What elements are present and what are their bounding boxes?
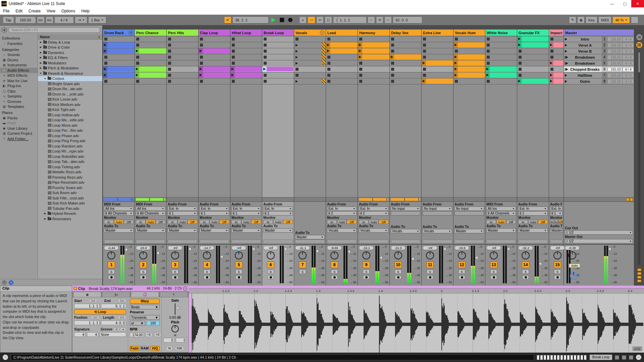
clip-launch-button[interactable]: [517, 42, 522, 48]
clip-slot[interactable]: [422, 42, 453, 48]
loop-button[interactable]: ⟲: [376, 16, 383, 23]
input-type-select[interactable]: Ext. In▼: [550, 206, 562, 211]
tab-envelopes[interactable]: ✎: [160, 292, 188, 297]
track-number-button[interactable]: 6: [267, 261, 274, 268]
clip-slot[interactable]: [326, 42, 358, 48]
volume-fader-handle[interactable]: [156, 251, 159, 255]
clip-slot[interactable]: [103, 72, 135, 78]
tab-follow-action[interactable]: ❙▸: [102, 292, 130, 297]
minimize-button[interactable]: —: [606, 0, 619, 7]
monitor-auto-button[interactable]: Auto: [273, 220, 283, 224]
clip-launch-button[interactable]: [549, 42, 553, 48]
group-track-icon[interactable]: ≡: [320, 31, 324, 35]
clip-slot[interactable]: [422, 54, 453, 60]
clip-slot[interactable]: [485, 66, 517, 72]
session-clip[interactable]: [453, 72, 485, 78]
session-clip[interactable]: [517, 42, 549, 48]
expand-arrow-icon[interactable]: ▶: [39, 41, 42, 44]
clip-slot[interactable]: [294, 54, 326, 60]
end-set-button[interactable]: Set: [118, 299, 126, 303]
pan-knob[interactable]: [522, 251, 530, 259]
tab-sample[interactable]: ♒: [131, 292, 159, 297]
pitch-knob[interactable]: [171, 325, 179, 333]
mixer-toggle-icon[interactable]: [637, 276, 641, 279]
folder-dynamics[interactable]: ▶Dynamics: [38, 50, 102, 55]
volume-fader-handle[interactable]: [284, 247, 286, 251]
monitor-in-button[interactable]: In: [327, 220, 337, 224]
punch-in-button[interactable]: ⌐: [368, 16, 375, 23]
clip-slot[interactable]: [485, 48, 517, 54]
grid-value-chip[interactable]: 1/32: [633, 347, 642, 351]
bpm-double-button[interactable]: ×2: [154, 332, 161, 337]
arm-button[interactable]: [331, 275, 338, 280]
clip-slot[interactable]: [390, 66, 421, 72]
clip-slot[interactable]: [390, 36, 421, 42]
scene-tempo[interactable]: 165.00: [607, 43, 622, 48]
scene-breakdown-5[interactable]: Breakdown5165.004 / 4: [564, 60, 634, 66]
follow-button[interactable]: ➔¨: [224, 16, 231, 23]
solo-button[interactable]: S: [299, 269, 306, 274]
scene-launch-button[interactable]: [564, 56, 568, 59]
position-set-button[interactable]: Set: [91, 315, 99, 319]
scene-signature[interactable]: 4 / 4: [623, 67, 634, 72]
clip-slot[interactable]: [485, 72, 517, 78]
volume-value-field[interactable]: -Inf: [550, 246, 565, 250]
input-type-select[interactable]: Ext. In▼: [327, 206, 357, 211]
arrangement-position-field[interactable]: 38. 2. 2: [232, 16, 269, 23]
maximize-button[interactable]: ▢: [619, 0, 631, 7]
volume-fader-handle[interactable]: [220, 255, 223, 258]
monitor-in-button[interactable]: In: [486, 220, 496, 224]
clip-slot[interactable]: [517, 66, 549, 72]
clip-slot[interactable]: [199, 42, 230, 48]
edit-sample-button[interactable]: Edit: [175, 346, 184, 351]
clip-slot[interactable]: [422, 60, 453, 66]
clip-slot[interactable]: [358, 66, 389, 72]
clip-slot[interactable]: [517, 54, 549, 60]
scene-signature[interactable]: 4 / 4: [623, 37, 634, 42]
arm-button[interactable]: [427, 275, 433, 280]
volume-value-field[interactable]: -19.6: [454, 246, 469, 250]
track-number-button[interactable]: 8: [331, 261, 338, 268]
volume-value-field[interactable]: -4.44: [104, 246, 119, 250]
clip-slot[interactable]: [358, 78, 389, 84]
output-select[interactable]: Master▼: [263, 228, 293, 233]
clip-launch-button[interactable]: [485, 72, 490, 78]
clip-slot[interactable]: [262, 60, 294, 66]
ram-button[interactable]: RAM: [140, 346, 150, 351]
file-loop-move-adv[interactable]: Loop Move.adv: [38, 123, 102, 128]
volume-value-field[interactable]: -Inf: [486, 246, 501, 250]
session-clip[interactable]: [230, 72, 262, 78]
clip-slot[interactable]: [135, 54, 166, 60]
input-type-select[interactable]: All Ins▼: [136, 206, 165, 211]
pan-knob[interactable]: [362, 251, 370, 259]
track-header-perc-chance[interactable]: Perc Chance: [135, 29, 166, 36]
expand-arrow-icon[interactable]: ▶: [39, 67, 42, 69]
start-set-button[interactable]: Set: [89, 299, 97, 303]
pan-knob[interactable]: [139, 251, 147, 259]
back-to-arrangement-right-icon[interactable]: [630, 198, 633, 201]
session-clip[interactable]: [135, 72, 166, 78]
input-channel-select[interactable]: [454, 211, 484, 216]
clip-slot[interactable]: [167, 54, 198, 60]
monitor-auto-button[interactable]: Auto: [496, 220, 506, 224]
session-view-toggle[interactable]: [636, 42, 642, 48]
monitor-in-button[interactable]: In: [168, 220, 177, 224]
key-map-button[interactable]: Key: [586, 16, 597, 23]
expand-arrow-icon[interactable]: ▶: [39, 51, 42, 54]
monitor-off-button[interactable]: Off: [283, 220, 293, 224]
clip-slot[interactable]: [326, 36, 358, 42]
input-channel-select[interactable]: 1▼: [200, 211, 229, 216]
scene-launch-button[interactable]: [564, 68, 568, 71]
arm-button[interactable]: [490, 275, 497, 280]
sidebar-item-push[interactable]: ▬Push: [0, 121, 38, 126]
clip-slot[interactable]: [135, 72, 166, 78]
clip-slot[interactable]: [390, 78, 421, 84]
preview-volume-knob[interactable]: [570, 272, 577, 280]
clip-slot[interactable]: [199, 78, 230, 84]
master-pan-knob[interactable]: [568, 251, 576, 259]
clip-slot[interactable]: [358, 54, 389, 60]
session-clip[interactable]: [230, 66, 262, 72]
volume-value-field[interactable]: -Inf: [263, 246, 278, 250]
beat-time-ruler[interactable]: 1.1.31.21.2.31.31.3.31.41.4.322.1.32.22.…: [189, 289, 644, 294]
output-select[interactable]: Vocals▼: [423, 229, 452, 233]
